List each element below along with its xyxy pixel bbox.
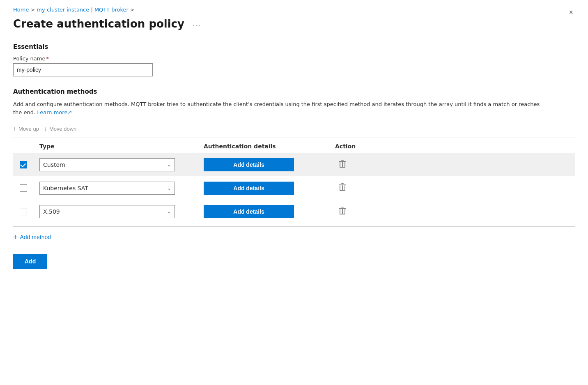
svg-rect-4 xyxy=(342,162,343,168)
required-indicator: * xyxy=(46,55,49,62)
col-header-action: Action xyxy=(335,143,401,150)
auth-methods-title: Authentication methods xyxy=(13,88,575,95)
table-header: Type Authentication details Action xyxy=(13,138,575,153)
row-1-checkbox[interactable] xyxy=(20,161,27,168)
breadcrumb-sep2: > xyxy=(130,7,135,13)
row-2-delete-button[interactable] xyxy=(335,181,350,195)
trash-icon xyxy=(338,183,347,192)
svg-rect-0 xyxy=(341,160,344,161)
move-up-icon: ↑ xyxy=(13,125,16,132)
row-1-delete-button[interactable] xyxy=(335,158,350,171)
row-3-type-dropdown[interactable]: X.509 ⌄ xyxy=(39,205,175,218)
plus-icon: + xyxy=(13,233,18,241)
learn-more-link[interactable]: Learn more↗ xyxy=(37,109,72,115)
add-button[interactable]: Add xyxy=(13,254,47,269)
svg-rect-13 xyxy=(339,208,346,209)
svg-rect-9 xyxy=(345,185,345,191)
auth-methods-table: Type Authentication details Action Custo… xyxy=(13,138,575,223)
row-2-checkbox[interactable] xyxy=(20,184,27,192)
svg-rect-3 xyxy=(345,162,345,168)
svg-rect-10 xyxy=(342,185,343,191)
toolbar: ↑ Move up ↓ Move down xyxy=(13,123,575,138)
move-up-button[interactable]: ↑ Move up xyxy=(13,123,44,134)
add-method-button[interactable]: + Add method xyxy=(13,230,51,244)
table-row: Custom ⌄ Add details xyxy=(13,153,575,176)
trash-icon xyxy=(338,159,347,168)
row-2-type-dropdown[interactable]: Kubernetes SAT ⌄ xyxy=(39,182,175,195)
row-3-chevron-icon: ⌄ xyxy=(167,209,171,214)
svg-rect-7 xyxy=(339,184,346,185)
row-3-add-details-button[interactable]: Add details xyxy=(204,205,294,218)
breadcrumb-sep1: > xyxy=(30,7,35,13)
row-2-chevron-icon: ⌄ xyxy=(167,185,171,191)
move-down-button[interactable]: ↓ Move down xyxy=(44,123,81,134)
page-title: Create authentication policy xyxy=(13,18,184,30)
policy-name-label: Policy name* xyxy=(13,55,575,62)
close-button[interactable]: × xyxy=(567,7,575,18)
policy-name-input[interactable] xyxy=(13,63,153,76)
row-3-delete-button[interactable] xyxy=(335,205,350,218)
page-header: Create authentication policy ... xyxy=(13,18,575,30)
row-3-checkbox[interactable] xyxy=(20,208,27,215)
col-header-checkbox xyxy=(20,143,39,150)
svg-rect-14 xyxy=(340,209,340,214)
svg-rect-1 xyxy=(339,161,346,162)
table-bottom-divider xyxy=(13,226,575,227)
col-header-type: Type xyxy=(39,143,204,150)
svg-rect-8 xyxy=(340,185,340,191)
row-2-add-details-button[interactable]: Add details xyxy=(204,182,294,195)
row-1-type-dropdown[interactable]: Custom ⌄ xyxy=(39,158,175,171)
svg-rect-15 xyxy=(345,209,345,214)
table-row: Kubernetes SAT ⌄ Add details xyxy=(13,176,575,200)
auth-methods-description: Add and configure authentication methods… xyxy=(13,100,547,116)
trash-icon xyxy=(338,206,347,215)
svg-rect-11 xyxy=(340,190,345,191)
svg-rect-17 xyxy=(340,214,345,214)
page-container: Home > my-cluster-instance | MQTT broker… xyxy=(0,0,588,282)
table-row: X.509 ⌄ Add details xyxy=(13,200,575,223)
breadcrumb-home[interactable]: Home xyxy=(13,7,29,13)
bottom-bar: Add xyxy=(13,254,575,269)
svg-rect-12 xyxy=(341,207,344,207)
auth-methods-section: Authentication methods Add and configure… xyxy=(13,88,575,269)
move-down-icon: ↓ xyxy=(44,125,47,132)
essentials-section: Essentials Policy name* xyxy=(13,43,575,76)
svg-rect-2 xyxy=(340,162,340,168)
svg-rect-5 xyxy=(340,167,345,168)
svg-rect-6 xyxy=(341,183,344,184)
col-header-auth-details: Authentication details xyxy=(204,143,335,150)
essentials-title: Essentials xyxy=(13,43,575,51)
svg-rect-16 xyxy=(342,209,343,214)
ellipsis-button[interactable]: ... xyxy=(189,18,204,30)
breadcrumb-cluster[interactable]: my-cluster-instance | MQTT broker xyxy=(37,7,129,13)
row-1-chevron-icon: ⌄ xyxy=(167,162,171,168)
breadcrumb: Home > my-cluster-instance | MQTT broker… xyxy=(13,7,575,13)
row-1-add-details-button[interactable]: Add details xyxy=(204,158,294,171)
